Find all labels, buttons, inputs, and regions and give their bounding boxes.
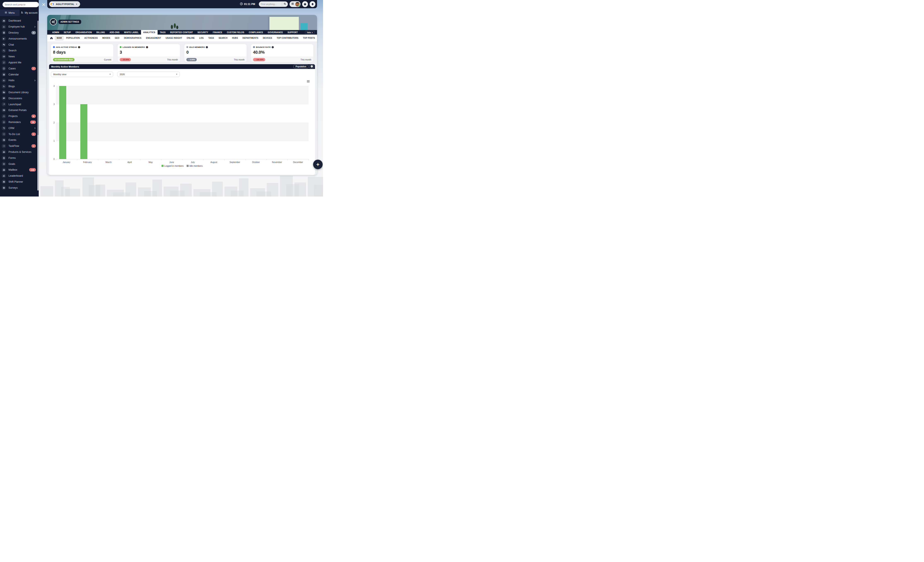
tab-tags[interactable]: TAGS xyxy=(158,30,168,34)
subtab-hubs[interactable]: HUBS xyxy=(230,34,240,41)
bar-logged-in-members-january[interactable] xyxy=(59,86,66,159)
subtab-usage-insight[interactable]: USAGE INSIGHT xyxy=(163,34,184,41)
close-icon[interactable] xyxy=(42,3,45,6)
tab-support[interactable]: SUPPORT xyxy=(285,30,300,34)
x-axis-label: March xyxy=(98,161,119,163)
subtab-engagement[interactable]: ENGAGEMENT xyxy=(144,34,164,41)
subtab-devices[interactable]: DEVICES xyxy=(261,34,274,41)
tab-compliance[interactable]: COMPLIANCE xyxy=(247,30,266,34)
tab-finance[interactable]: FINANCE xyxy=(211,30,225,34)
sidebar-item-to-do-list[interactable]: To-Do List1 xyxy=(0,131,39,137)
subtab-demographics[interactable]: DEMOGRAPHICS xyxy=(122,34,144,41)
legend-item-idle-members[interactable]: Idle members xyxy=(187,165,203,167)
stat-period: This month xyxy=(167,58,178,61)
info-icon[interactable]: i xyxy=(146,46,148,48)
tab-analytics[interactable]: ANALYTICS xyxy=(141,30,158,34)
sidebar-item-launchpad[interactable]: Launchpad xyxy=(0,101,39,107)
sidebar-item-shift-planner[interactable]: Shift Planner xyxy=(0,179,39,185)
subtab-departments[interactable]: DEPARTMENTS xyxy=(240,34,261,41)
sidebar-item-goals[interactable]: Goals xyxy=(0,161,39,167)
sidebar-item-surveys[interactable]: Surveys xyxy=(0,185,39,191)
sidebar-item-extranet-portals[interactable]: Extranet Portals xyxy=(0,107,39,113)
sidebar-item-employee-hub[interactable]: Employee hub xyxy=(0,24,39,30)
x-axis-tick xyxy=(77,159,77,160)
sidebar-tabs: Menu My account xyxy=(0,9,39,16)
subtab-moods[interactable]: MOODS xyxy=(100,34,112,41)
user-menu[interactable] xyxy=(290,1,300,7)
info-icon[interactable]: i xyxy=(206,46,208,48)
bar-logged-in-members-february[interactable] xyxy=(80,104,87,159)
sidebar-item-calendar[interactable]: Calendar xyxy=(0,72,39,78)
count-badge: 1 xyxy=(32,132,36,136)
tab-reported-content[interactable]: REPORTED CONTENT xyxy=(168,30,195,34)
sidebar-item-news[interactable]: News xyxy=(0,54,39,60)
notifications-button[interactable] xyxy=(310,1,315,7)
sidebar-item-forms[interactable]: Forms xyxy=(0,155,39,161)
home-icon[interactable] xyxy=(50,36,53,39)
tab-white-label[interactable]: WHITE LABEL xyxy=(122,30,141,34)
status-dot xyxy=(53,46,55,48)
sidebar-item-mailbox[interactable]: Mailbox129 xyxy=(0,167,39,173)
analytics-subtabs-row: MAMPOPULATIONACTIVENESSMOODSGEODEMOGRAPH… xyxy=(47,34,317,41)
legend-item-logged-in-members[interactable]: Logged in members xyxy=(162,165,184,167)
global-search[interactable] xyxy=(259,1,288,7)
subtab-mam[interactable]: MAM xyxy=(55,35,64,40)
sidebar-item-announcements[interactable]: Announcements xyxy=(0,36,39,42)
sidebar-search-input[interactable] xyxy=(3,2,39,7)
info-icon[interactable]: i xyxy=(272,46,274,48)
tab-more-tabs-button[interactable]: Tabs ▼ xyxy=(305,31,315,34)
sidebar-tab-my-account[interactable]: My account xyxy=(20,9,39,16)
sidebar-item-discussions[interactable]: Discussions xyxy=(0,95,39,101)
subtab-top-contributors[interactable]: TOP CONTRIBUTORS xyxy=(274,34,301,41)
info-icon[interactable]: i xyxy=(78,46,80,48)
sidebar-item-hubs[interactable]: Hubs xyxy=(0,78,39,84)
sidebar-item-chat[interactable]: Chat xyxy=(0,42,39,48)
subtab-search[interactable]: SEARCH xyxy=(216,34,230,41)
sidebar-item-directory[interactable]: Directory5 xyxy=(0,30,39,36)
sidebar-item-document-library[interactable]: Document Library xyxy=(0,90,39,96)
tab-custom-fields[interactable]: CUSTOM FIELDS xyxy=(225,30,246,34)
subtab-log[interactable]: LOG xyxy=(197,34,206,41)
count-badge: 6 xyxy=(32,114,36,118)
info-icon xyxy=(310,65,313,69)
sidebar-item-crm[interactable]: CRM xyxy=(0,125,39,131)
tab-setup[interactable]: SETUP xyxy=(62,30,73,34)
subtab-top-posts[interactable]: TOP POSTS xyxy=(301,34,317,41)
admin-tabs-row: ADMINSETUPORGANISATIONBILLINGADD-ONSWHIT… xyxy=(47,30,317,34)
sidebar-item-projects[interactable]: Projects6 xyxy=(0,113,39,119)
sidebar-item-label: Search xyxy=(9,49,16,52)
sidebar-item-leaderboard[interactable]: Leaderboard xyxy=(0,173,39,179)
sidebar-item-blogs[interactable]: Blogs xyxy=(0,84,39,90)
subtab-activeness[interactable]: ACTIVENESS xyxy=(82,34,100,41)
x-axis-tick xyxy=(98,159,98,160)
subtab-tags[interactable]: TAGS xyxy=(206,34,216,41)
sidebar-item-taskflow[interactable]: TaskFlow1 xyxy=(0,143,39,149)
subtab-geo[interactable]: GEO xyxy=(112,34,122,41)
sidebar-item-dashboard[interactable]: Dashboard xyxy=(0,18,39,24)
population-button[interactable]: Population xyxy=(293,65,308,68)
workspace-switcher[interactable]: AGILITYPORTAL ▼ xyxy=(49,1,80,7)
sidebar-item-search[interactable]: Search xyxy=(0,48,39,54)
tab-admin[interactable]: ADMIN xyxy=(50,30,62,34)
sidebar-item-reminders[interactable]: Reminders18 xyxy=(0,119,39,125)
subtab-online[interactable]: ONLINE xyxy=(184,34,197,41)
sidebar-tab-menu[interactable]: Menu xyxy=(0,9,20,16)
calendar-button[interactable] xyxy=(302,1,308,7)
tab-security[interactable]: SECURITY xyxy=(195,30,210,34)
chevron-down-icon: ▼ xyxy=(312,32,313,33)
sidebar-item-cases[interactable]: Cases7 xyxy=(0,66,39,72)
trend-text: 25.00% xyxy=(123,58,129,61)
tab-governance[interactable]: GOVERNANCE xyxy=(266,30,285,34)
search-icon[interactable] xyxy=(284,2,286,6)
tab-organisation[interactable]: ORGANISATION xyxy=(73,30,94,34)
global-search-input[interactable] xyxy=(261,3,281,5)
sidebar-item-products-services[interactable]: Products & Services xyxy=(0,149,39,155)
subtab-population[interactable]: POPULATION xyxy=(64,34,82,41)
sidebar-item-events[interactable]: Events xyxy=(0,137,39,143)
sidebar-scrollbar[interactable] xyxy=(38,21,39,190)
tab-add-ons[interactable]: ADD-ONS xyxy=(107,30,122,34)
tab-billing[interactable]: BILLING xyxy=(94,30,107,34)
info-button[interactable] xyxy=(309,65,314,68)
add-button[interactable]: + xyxy=(313,160,322,169)
sidebar-item-appoint-me[interactable]: Appoint Me xyxy=(0,60,39,66)
